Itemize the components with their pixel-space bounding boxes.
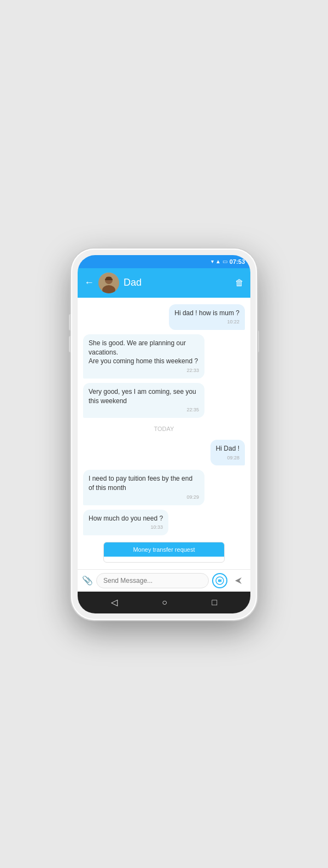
message-time: 09:28 [216, 454, 239, 462]
svg-point-5 [216, 577, 224, 584]
contact-name: Dad [124, 277, 231, 288]
status-icons: ▾ ▲ ▭ [211, 258, 227, 264]
message-text: Very good, yes I am coming, see you this… [89, 387, 199, 406]
transfer-button[interactable] [212, 573, 227, 588]
phone-screen: ▾ ▲ ▭ 07:53 ← Dad [78, 255, 250, 613]
volume-up-button[interactable] [69, 314, 71, 330]
message-time: 22:33 [89, 367, 199, 374]
message-text: How much do you need ? [89, 514, 163, 523]
avatar-image [98, 273, 119, 293]
money-card-amount: 300€00 [104, 557, 224, 562]
battery-icon: ▭ [222, 258, 227, 264]
message-time: 22:35 [89, 406, 199, 414]
status-bar: ▾ ▲ ▭ 07:53 [78, 255, 250, 268]
contact-avatar [98, 273, 119, 293]
chat-header: ← Dad 🗑 [78, 268, 250, 298]
delete-button[interactable]: 🗑 [235, 278, 244, 288]
back-nav-button[interactable]: ◁ [111, 597, 118, 607]
message-text: I need to pay tuition fees by the end of… [89, 474, 199, 493]
signal-icon: ▲ [215, 258, 221, 264]
message-text: She is good. We are planning our vacatio… [89, 339, 199, 366]
message-received-7: How much do you need ? 10:33 [83, 510, 168, 535]
date-separator: TODAY [83, 426, 245, 432]
message-received-2: She is good. We are planning our vacatio… [83, 334, 204, 379]
message-text: Hi dad ! how is mum ? [174, 309, 239, 318]
message-time: 10:33 [89, 524, 163, 531]
home-nav-button[interactable]: ○ [162, 598, 167, 607]
attach-icon[interactable]: 📎 [82, 575, 93, 586]
message-input[interactable] [96, 573, 209, 588]
message-sent-1: Hi dad ! how is mum ? 10:22 [169, 304, 245, 330]
message-sent-5: Hi Dad ! 09:28 [210, 440, 245, 465]
svg-rect-4 [105, 279, 113, 280]
money-card-header: Money transfer request [104, 542, 224, 557]
phone-device: ▾ ▲ ▭ 07:53 ← Dad [71, 249, 257, 620]
recent-nav-button[interactable]: □ [212, 598, 218, 607]
volume-down-button[interactable] [69, 336, 71, 352]
message-received-6: I need to pay tuition fees by the end of… [83, 470, 204, 505]
message-text: Hi Dad ! [216, 444, 239, 453]
money-transfer-card: Money transfer request 300€00 From Dad t… [103, 542, 225, 562]
send-button[interactable] [231, 573, 246, 588]
wifi-icon: ▾ [211, 258, 214, 264]
power-button[interactable] [257, 330, 259, 352]
status-time: 07:53 [230, 258, 245, 265]
message-time: 10:22 [174, 318, 239, 326]
message-received-3: Very good, yes I am coming, see you this… [83, 383, 204, 418]
message-time: 09:29 [89, 494, 199, 501]
navigation-bar: ◁ ○ □ [78, 592, 250, 613]
back-button[interactable]: ← [84, 277, 94, 288]
chat-area: Hi dad ! how is mum ? 10:22 She is good.… [78, 298, 250, 569]
input-bar: 📎 [78, 569, 250, 592]
